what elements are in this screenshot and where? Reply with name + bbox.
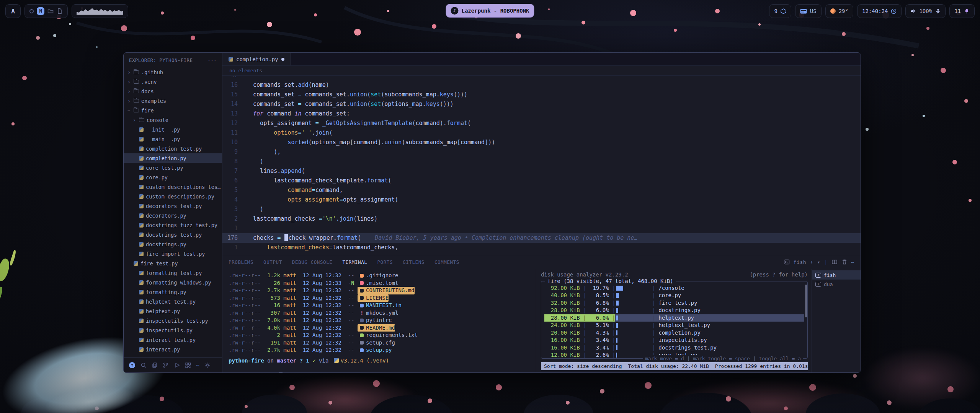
code-line-9[interactable]: 9 ), <box>222 147 861 157</box>
code-line-15[interactable]: 15 commands_set = commands_set.union(set… <box>222 90 861 99</box>
tree-file-custom_descriptions_test.py[interactable]: custom_descriptions_test.py <box>124 182 222 192</box>
tree-file-interact_test.py[interactable]: interact_test.py <box>124 335 222 345</box>
workspace-folder-icon[interactable] <box>47 8 54 14</box>
panel-tab-terminal[interactable]: TERMINAL <box>342 259 367 265</box>
notifications-widget[interactable]: 11 <box>949 4 975 18</box>
tree-file-formatting_test.py[interactable]: formatting_test.py <box>124 268 222 278</box>
terminal-dropdown-button[interactable]: ▾ <box>817 259 820 265</box>
tree-file-docstrings_test.py[interactable]: docstrings_test.py <box>124 230 222 239</box>
terminal-session-dua[interactable]: ❯dua <box>812 280 861 289</box>
launcher-button[interactable]: A <box>5 4 21 18</box>
tree-file-inspectutils.py[interactable]: inspectutils.py <box>124 325 222 335</box>
tree-folder-examples[interactable]: ›examples <box>124 96 222 106</box>
panel-tab-comments[interactable]: COMMENTS <box>434 259 459 265</box>
microphone-icon[interactable] <box>935 8 941 14</box>
updates-widget[interactable]: 9 <box>769 4 791 18</box>
workspace-file-icon[interactable] <box>57 8 63 14</box>
tree-folder-.venv[interactable]: ›.venv <box>124 77 222 86</box>
code-line-8[interactable]: 8 ) <box>222 157 861 166</box>
workspace-record-icon[interactable] <box>29 9 34 13</box>
terminal-session-fish[interactable]: ❯fish <box>812 270 861 280</box>
code-editor[interactable]: 47 """16 commands_set.add(name)15 comman… <box>222 76 861 255</box>
code-line-14[interactable]: 14 commands_set = commands_set.union(set… <box>222 99 861 109</box>
dua-row-docstrings.py[interactable]: 28.00 KiB | 6.0% || docstrings.py <box>544 307 804 314</box>
code-line-1[interactable]: 1 <box>222 224 861 233</box>
dua-row-core.py[interactable]: 40.00 KiB | 8.5% || core.py <box>544 292 804 299</box>
activity-more-icon[interactable]: ⋯ <box>196 362 199 369</box>
code-line-10[interactable]: 10 sorted(options_map[command].union(sub… <box>222 138 861 147</box>
tree-file-__init__.py[interactable]: __init__.py <box>124 125 222 134</box>
explorer-more-button[interactable]: ··· <box>207 57 217 63</box>
code-line-7[interactable]: 7 lines.append( <box>222 166 861 176</box>
tree-file-docstrings_fuzz_test.py[interactable]: docstrings_fuzz_test.py <box>124 220 222 230</box>
code-line-4[interactable]: 4 opts_assignment=opts_assignment) <box>222 195 861 205</box>
tree-file-fire_import_test.py[interactable]: fire_import_test.py <box>124 249 222 259</box>
panel-more-button[interactable]: ⋯ <box>851 259 854 265</box>
panel-tab-debug-console[interactable]: DEBUG CONSOLE <box>292 259 333 265</box>
tree-file-custom_descriptions.py[interactable]: custom_descriptions.py <box>124 192 222 201</box>
tree-file-decorators.py[interactable]: decorators.py <box>124 211 222 220</box>
now-playing-widget[interactable]: ♪ Lazerpunk - ROBOPHONK <box>446 4 534 18</box>
tree-file-inspectutils_test.py[interactable]: inspectutils_test.py <box>124 316 222 325</box>
tree-folder-console[interactable]: ›console <box>124 115 222 125</box>
modified-dot-icon[interactable] <box>281 58 284 61</box>
code-line-2[interactable]: 2 lastcommand_checks ='\n'.join(lines) <box>222 214 861 224</box>
code-line-47[interactable]: 47 """ <box>222 76 861 80</box>
extensions-icon[interactable] <box>185 362 191 368</box>
code-line-11[interactable]: 11 options=' '.join( <box>222 128 861 138</box>
workspaces-widget[interactable]: N <box>24 4 68 18</box>
tree-file-completion_test.py[interactable]: completion_test.py <box>124 144 222 153</box>
terminal-pane[interactable]: .rw-r--r--1.2k matt 12 Aug 12:32 --.giti… <box>222 269 536 372</box>
weather-widget[interactable]: 29° <box>825 4 853 18</box>
tree-file-fire_test.py[interactable]: fire_test.py <box>124 259 222 268</box>
dua-row-/console[interactable]: 92.00 KiB | 19.7% || /console <box>544 285 804 292</box>
code-line-12[interactable]: 12 opts_assignment = _GetOptsAssignmentT… <box>222 119 861 128</box>
tree-file-formatting.py[interactable]: formatting.py <box>124 287 222 297</box>
new-terminal-button[interactable]: + <box>810 259 813 265</box>
panel-tab-gitlens[interactable]: GITLENS <box>403 259 425 265</box>
tree-file-core.py[interactable]: core.py <box>124 172 222 182</box>
code-line-13[interactable]: 13 for command in commands_set: <box>222 109 861 119</box>
tree-file-helptext.py[interactable]: helptext.py <box>124 306 222 316</box>
speaker-icon[interactable] <box>910 8 916 14</box>
code-line-5[interactable]: 5 command=command, <box>222 185 861 195</box>
dua-scrollbar[interactable] <box>805 285 807 317</box>
disk-usage-pane[interactable]: disk usage analyzer v2.29.2 (press ? for… <box>536 269 812 372</box>
code-line-1[interactable]: 1 lastcommand_checks=lastcommand_checks, <box>222 243 861 252</box>
dua-row-completion.py[interactable]: 20.00 KiB | 4.3% || completion.py <box>544 329 804 337</box>
kill-terminal-button[interactable] <box>841 259 848 265</box>
tree-file-core_test.py[interactable]: core_test.py <box>124 163 222 172</box>
keyboard-layout-widget[interactable]: US <box>795 4 822 18</box>
tree-file-decorators_test.py[interactable]: decorators_test.py <box>124 201 222 211</box>
breadcrumb[interactable]: no elements <box>222 66 861 76</box>
tab-completion-py[interactable]: completion.py <box>222 53 291 65</box>
shell-input-line[interactable]: ❯ <box>229 364 536 372</box>
account-badge-icon[interactable] <box>129 362 136 369</box>
split-terminal-button[interactable] <box>831 259 838 265</box>
tree-file-helptext_test.py[interactable]: helptext_test.py <box>124 297 222 306</box>
dua-row-docstrings_test.py[interactable]: 16.00 KiB | 3.4% || docstrings_test.py <box>544 344 804 352</box>
panel-tab-ports[interactable]: PORTS <box>377 259 393 265</box>
dua-row-inspectutils.py[interactable]: 16.00 KiB | 3.4% || inspectutils.py <box>544 337 804 344</box>
settings-gear-icon[interactable] <box>204 362 211 368</box>
tree-file-formatting_windows.py[interactable]: formatting_windows.py <box>124 278 222 287</box>
source-control-icon[interactable] <box>163 362 169 368</box>
run-debug-icon[interactable] <box>174 362 180 368</box>
dua-row-fire_test.py[interactable]: 32.00 KiB | 6.8% || fire_test.py <box>544 299 804 307</box>
system-graph-widget[interactable] <box>72 4 128 18</box>
search-icon[interactable] <box>140 362 147 368</box>
panel-tab-output[interactable]: OUTPUT <box>263 259 282 265</box>
code-line-176[interactable]: 176 checks = check_wrapper.format( David… <box>222 233 861 243</box>
workspace-active-badge[interactable]: N <box>37 7 44 15</box>
tree-folder-docs[interactable]: ›docs <box>124 86 222 96</box>
code-line-16[interactable]: 16 commands_set.add(name) <box>222 80 861 90</box>
clock-widget[interactable]: 12:40:24 <box>857 4 902 18</box>
tree-file-interact.py[interactable]: interact.py <box>124 345 222 354</box>
tree-file-docstrings.py[interactable]: docstrings.py <box>124 239 222 249</box>
dua-row-helptext.py[interactable]: 28.00 KiB | 6.0% || helptext.py <box>544 314 804 322</box>
tree-folder-fire[interactable]: ›fire <box>124 106 222 115</box>
tree-folder-.github[interactable]: ›.github <box>124 67 222 77</box>
panel-tab-problems[interactable]: PROBLEMS <box>229 259 253 265</box>
code-line-6[interactable]: 6 lastcommand_check_template.format( <box>222 176 861 185</box>
tree-file-completion.py[interactable]: completion.py <box>124 153 222 163</box>
